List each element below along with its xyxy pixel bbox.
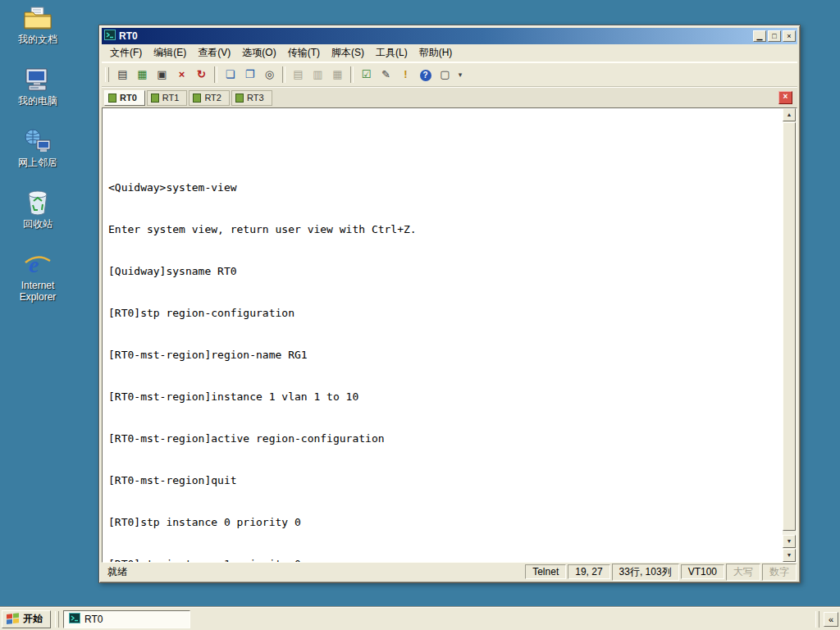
tab-rt3[interactable]: RT3 bbox=[231, 90, 272, 106]
toolbar-separator bbox=[350, 66, 354, 83]
close-button[interactable]: × bbox=[783, 30, 796, 42]
tab-label: RT3 bbox=[247, 93, 264, 103]
minimize-button[interactable]: ▁ bbox=[753, 30, 766, 42]
terminal-line bbox=[108, 139, 781, 153]
network-places-icon bbox=[23, 128, 52, 154]
start-button-label: 开始 bbox=[23, 612, 43, 626]
windows-logo-icon bbox=[6, 612, 20, 627]
desktop-icon-my-computer[interactable]: 我的电脑 bbox=[7, 66, 69, 107]
menu-transfer[interactable]: 传输(T) bbox=[282, 43, 326, 62]
taskbar-task-rt0[interactable]: RT0 bbox=[63, 610, 190, 628]
status-bar: 就绪 Telnet 19, 27 33行, 103列 VT100 大写 数字 bbox=[102, 563, 797, 580]
task-app-icon bbox=[69, 613, 80, 626]
tab-rt0[interactable]: RT0 bbox=[104, 90, 145, 106]
toolbar-more-icon[interactable]: ▾ bbox=[455, 71, 465, 79]
tab-rt2[interactable]: RT2 bbox=[189, 90, 230, 106]
help-icon-glyph: ? bbox=[420, 70, 431, 81]
menu-tools[interactable]: 工具(L) bbox=[370, 43, 413, 62]
taskbar-collapse-button[interactable]: « bbox=[824, 612, 838, 627]
menu-help[interactable]: 帮助(H) bbox=[413, 43, 459, 62]
terminal-line: [RT0-mst-region]quit bbox=[108, 473, 781, 487]
terminal-output[interactable]: <Quidway>system-view Enter system view, … bbox=[103, 108, 783, 562]
menu-script[interactable]: 脚本(S) bbox=[326, 43, 370, 62]
vertical-scrollbar[interactable]: ▲ ▼ ▼ bbox=[783, 108, 797, 562]
disconnect-icon[interactable]: × bbox=[172, 66, 191, 84]
toolbar: ▤ ▦ ▣ × ↻ ❏ ❐ ◎ ▤ ▥ ▦ ☑ ✎ ! ? ▢ ▾ bbox=[102, 62, 797, 87]
tab-connected-icon bbox=[235, 94, 244, 103]
terminal-window: RT0 ▁ □ × 文件(F) 编辑(E) 查看(V) 选项(O) 传输(T) … bbox=[98, 25, 801, 583]
clone-session-icon[interactable]: ▣ bbox=[153, 66, 171, 84]
desktop-icon-label: 我的文档 bbox=[18, 34, 57, 45]
session-manager-icon[interactable]: ▢ bbox=[436, 66, 454, 84]
toolbar-separator bbox=[214, 66, 217, 83]
scrollbar-thumb[interactable] bbox=[783, 122, 796, 531]
desktop-icon-network-places[interactable]: 网上邻居 bbox=[7, 128, 69, 168]
tab-close-button[interactable]: × bbox=[778, 91, 792, 104]
global-options-icon[interactable]: ✎ bbox=[377, 66, 395, 84]
terminal-screen[interactable]: <Quidway>system-view Enter system view, … bbox=[102, 107, 797, 563]
desktop-icon-label: 网上邻居 bbox=[18, 157, 57, 168]
internet-explorer-icon: e bbox=[23, 251, 52, 277]
print-selection-icon[interactable]: ▥ bbox=[308, 66, 327, 84]
session-options-icon[interactable]: ☑ bbox=[357, 66, 376, 84]
recycle-bin-icon bbox=[23, 189, 52, 216]
app-icon bbox=[104, 30, 116, 43]
taskbar: 开始 RT0 « bbox=[0, 607, 840, 630]
desktop-icon-internet-explorer[interactable]: e Internet Explorer bbox=[7, 251, 69, 303]
window-title: RT0 bbox=[119, 30, 750, 42]
copy-icon[interactable]: ❏ bbox=[221, 66, 240, 84]
menu-file[interactable]: 文件(F) bbox=[104, 43, 148, 62]
status-cursor-position: 19, 27 bbox=[568, 564, 609, 579]
menu-edit[interactable]: 编辑(E) bbox=[148, 43, 192, 62]
menu-view[interactable]: 查看(V) bbox=[192, 43, 236, 62]
tab-label: RT1 bbox=[162, 93, 180, 103]
tray-divider bbox=[815, 611, 819, 628]
maximize-button[interactable]: □ bbox=[768, 30, 781, 42]
connect-icon[interactable]: ▤ bbox=[113, 66, 132, 84]
terminal-line: [RT0]stp region-configuration bbox=[108, 306, 781, 320]
reconnect-icon[interactable]: ↻ bbox=[192, 66, 211, 84]
tab-label: RT0 bbox=[120, 93, 137, 103]
status-emulation: VT100 bbox=[681, 564, 724, 579]
terminal-line: <Quidway>system-view bbox=[108, 180, 781, 194]
task-label: RT0 bbox=[84, 614, 103, 625]
tab-connected-icon bbox=[193, 94, 201, 103]
desktop-icon-label: 我的电脑 bbox=[18, 95, 57, 107]
toolbar-grip[interactable] bbox=[105, 67, 109, 82]
terminal-line: [RT0-mst-region]instance 1 vlan 1 to 10 bbox=[108, 390, 781, 404]
my-documents-icon bbox=[23, 5, 52, 31]
tab-label: RT2 bbox=[204, 93, 221, 103]
desktop-icon-label: 回收站 bbox=[23, 218, 52, 230]
paste-icon[interactable]: ❐ bbox=[240, 66, 259, 84]
desktop-icon-my-documents[interactable]: 我的文档 bbox=[7, 5, 69, 45]
desktop-icon-recycle-bin[interactable]: 回收站 bbox=[7, 189, 69, 230]
scroll-split-icon[interactable]: ▼ bbox=[783, 549, 796, 562]
menu-options[interactable]: 选项(O) bbox=[236, 43, 281, 62]
terminal-line: [RT0-mst-region]active region-configurat… bbox=[108, 431, 781, 445]
help-icon[interactable]: ? bbox=[416, 66, 435, 84]
terminal-line: [Quidway]sysname RT0 bbox=[108, 264, 781, 278]
highlight-icon[interactable]: ! bbox=[396, 66, 415, 84]
tab-rt1[interactable]: RT1 bbox=[147, 90, 188, 106]
start-button[interactable]: 开始 bbox=[2, 610, 51, 628]
my-computer-icon bbox=[23, 66, 52, 93]
desktop-icon-label: Internet Explorer bbox=[7, 280, 69, 303]
print-page-icon[interactable]: ▤ bbox=[289, 66, 308, 84]
find-icon[interactable]: ◎ bbox=[260, 66, 279, 84]
terminal-line: [RT0-mst-region]region-name RG1 bbox=[108, 348, 781, 362]
desktop-icon-column: 我的文档 我的电脑 网上邻居 bbox=[7, 5, 69, 303]
window-controls: ▁ □ × bbox=[753, 30, 796, 42]
quick-connect-icon[interactable]: ▦ bbox=[133, 66, 152, 84]
print-icon[interactable]: ▦ bbox=[328, 66, 347, 84]
terminal-line: Enter system view, return user view with… bbox=[108, 222, 781, 236]
taskbar-grip[interactable] bbox=[55, 611, 59, 628]
status-num-indicator: 数字 bbox=[762, 564, 797, 581]
status-caps-indicator: 大写 bbox=[726, 564, 760, 581]
menu-bar: 文件(F) 编辑(E) 查看(V) 选项(O) 传输(T) 脚本(S) 工具(L… bbox=[102, 44, 797, 62]
tab-connected-icon bbox=[108, 94, 116, 103]
tab-bar: RT0 RT1 RT2 RT3 × bbox=[102, 87, 797, 107]
title-bar[interactable]: RT0 ▁ □ × bbox=[102, 28, 797, 44]
scroll-down-icon[interactable]: ▼ bbox=[783, 535, 796, 548]
status-message: 就绪 bbox=[103, 564, 523, 580]
scroll-up-icon[interactable]: ▲ bbox=[783, 108, 796, 121]
